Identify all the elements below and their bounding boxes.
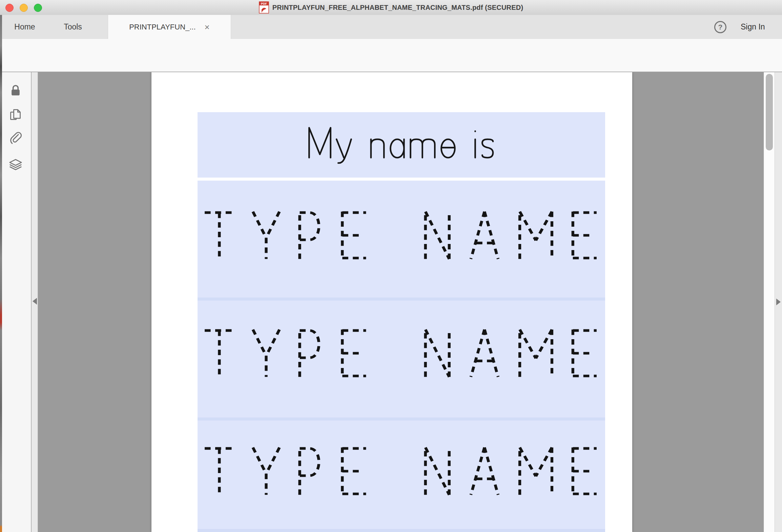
tracing-text-row <box>203 327 598 379</box>
sign-in-button[interactable]: Sign In <box>741 15 765 39</box>
pages-icon <box>9 108 22 122</box>
window-title: PRINTPLAYFUN_FREE_ALPHABET_NAME_TRACING_… <box>272 4 523 12</box>
tracing-text-row <box>203 445 598 497</box>
my-name-is-text <box>308 126 495 166</box>
traffic-lights <box>5 4 42 12</box>
tab-document[interactable]: PRINTPLAYFUN_... × <box>108 15 231 39</box>
paperclip-icon <box>9 131 22 145</box>
lock-icon <box>9 84 22 97</box>
tab-tools[interactable]: Tools <box>54 15 91 39</box>
pdf-badge-label: PDF <box>261 2 267 5</box>
zoom-window-button[interactable] <box>34 4 42 12</box>
titlebar: PDF PRINTPLAYFUN_FREE_ALPHABET_NAME_TRAC… <box>0 0 782 15</box>
expand-right-chevron-icon[interactable] <box>776 299 781 305</box>
tabbar: Home Tools PRINTPLAYFUN_... × ? Sign In <box>0 15 782 39</box>
pdf-file-icon: PDF <box>259 1 269 14</box>
mat-separator <box>198 298 605 301</box>
mat-separator <box>198 417 605 421</box>
name-header-box <box>198 112 605 178</box>
scrollbar-thumb[interactable] <box>766 74 773 150</box>
document-canvas <box>38 72 764 532</box>
help-button[interactable]: ? <box>714 21 726 33</box>
minimize-window-button[interactable] <box>20 4 28 12</box>
vertical-scrollbar[interactable] <box>764 72 775 532</box>
collapse-left-chevron-icon[interactable] <box>33 298 37 305</box>
content-area <box>0 72 782 532</box>
acrobat-window: PDF PRINTPLAYFUN_FREE_ALPHABET_NAME_TRAC… <box>0 0 782 532</box>
question-icon: ? <box>718 23 723 31</box>
tab-home[interactable]: Home <box>6 15 43 39</box>
collapse-left-panel-strip <box>32 72 38 532</box>
security-panel-button[interactable] <box>6 81 25 100</box>
desktop-edge-sliver <box>0 15 2 532</box>
tab-close-icon[interactable]: × <box>205 23 210 32</box>
pdf-page <box>151 72 632 532</box>
layers-panel-button[interactable] <box>6 156 25 175</box>
attachments-panel-button[interactable] <box>6 128 25 147</box>
layers-icon <box>9 159 22 172</box>
mat-separator <box>198 529 605 532</box>
expand-right-panel-strip <box>775 72 782 532</box>
toolbar: / 4 75% <box>0 39 782 72</box>
tracing-text-row <box>203 209 598 261</box>
close-window-button[interactable] <box>5 4 14 12</box>
left-panel-sidebar <box>0 72 31 532</box>
tab-document-label: PRINTPLAYFUN_... <box>129 23 196 32</box>
pages-panel-button[interactable] <box>6 106 25 125</box>
